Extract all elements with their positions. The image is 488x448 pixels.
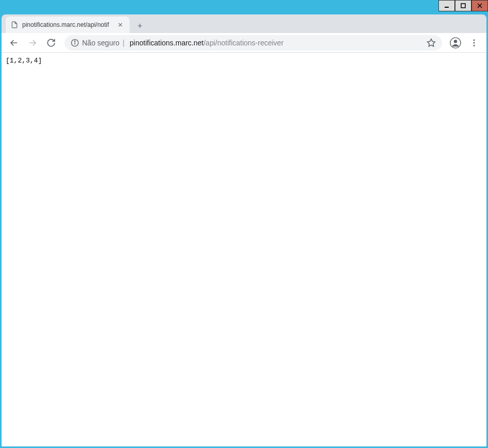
window-controls (438, 0, 488, 11)
svg-rect-0 (445, 7, 449, 8)
user-icon (450, 37, 461, 49)
info-icon (71, 39, 79, 47)
browser-chrome: pinotifications.marc.net/api/notif (2, 14, 486, 446)
close-icon (118, 23, 122, 27)
response-body-text: [1,2,3,4] (6, 57, 42, 65)
svg-marker-13 (428, 39, 435, 46)
svg-point-15 (454, 40, 457, 43)
reload-icon (46, 38, 56, 47)
minimize-button[interactable] (438, 0, 455, 11)
browser-tab-active[interactable]: pinotifications.marc.net/api/notif (6, 17, 130, 33)
svg-point-12 (74, 41, 75, 41)
minimize-icon (444, 3, 449, 8)
tab-close-button[interactable] (116, 21, 124, 29)
forward-button[interactable] (24, 35, 41, 51)
close-icon (477, 3, 482, 8)
url-host: pinotifications.marc.net (130, 39, 203, 47)
window-titlebar (0, 0, 488, 12)
new-tab-button[interactable] (133, 19, 147, 33)
security-label: Não seguro (82, 39, 119, 47)
star-icon (427, 38, 436, 47)
bookmark-button[interactable] (427, 38, 436, 47)
address-bar[interactable]: Não seguro | pinotifications.marc.net/ap… (65, 35, 442, 51)
back-button[interactable] (6, 35, 22, 51)
svg-point-18 (474, 44, 475, 46)
maximize-icon (461, 3, 466, 8)
page-icon (11, 21, 18, 28)
url-path: /api/notifications-receiver (203, 39, 284, 47)
close-button[interactable] (471, 0, 488, 11)
browser-toolbar: Não seguro | pinotifications.marc.net/ap… (2, 33, 486, 53)
svg-point-17 (474, 42, 475, 43)
separator: | (122, 39, 124, 47)
svg-rect-1 (461, 4, 465, 8)
security-indicator[interactable]: Não seguro | (71, 39, 124, 47)
tab-title: pinotifications.marc.net/api/notif (22, 21, 112, 28)
svg-point-16 (474, 39, 475, 41)
browser-menu-button[interactable] (466, 35, 482, 51)
tab-strip: pinotifications.marc.net/api/notif (2, 14, 486, 33)
os-window-frame: pinotifications.marc.net/api/notif (0, 0, 488, 448)
profile-button[interactable] (447, 35, 464, 51)
arrow-left-icon (9, 38, 19, 47)
plus-icon (136, 22, 144, 29)
kebab-icon (469, 38, 479, 47)
page-content: [1,2,3,4] (2, 53, 486, 446)
maximize-button[interactable] (455, 0, 471, 11)
arrow-right-icon (28, 38, 37, 47)
reload-button[interactable] (43, 35, 59, 51)
url-display[interactable]: pinotifications.marc.net/api/notificatio… (130, 39, 421, 47)
